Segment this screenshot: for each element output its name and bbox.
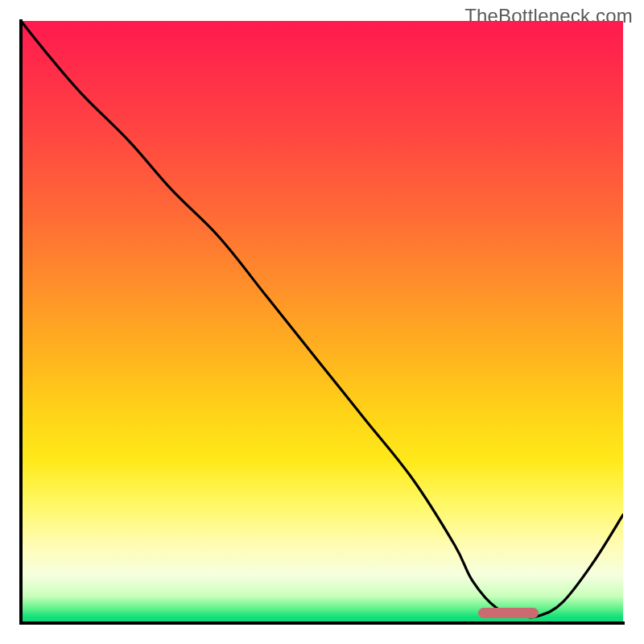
- bottleneck-curve: [21, 21, 623, 617]
- curve-overlay: [21, 21, 623, 623]
- chart-frame: TheBottleneck.com: [0, 0, 644, 644]
- x-axis: [19, 621, 625, 625]
- plot-area: [21, 21, 623, 623]
- y-axis: [19, 19, 23, 625]
- optimal-range-marker: [478, 608, 539, 618]
